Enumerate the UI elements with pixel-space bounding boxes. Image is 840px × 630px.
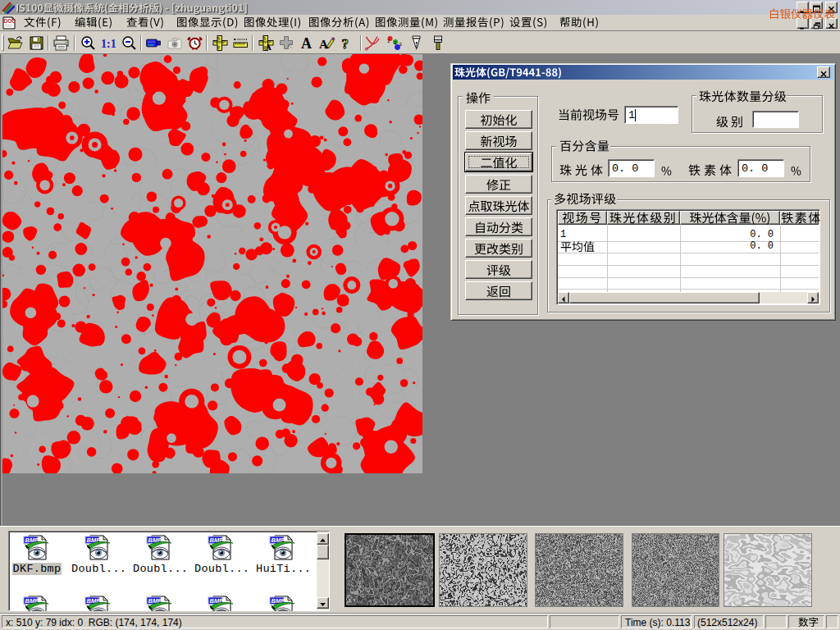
svg-text:A: A [301, 35, 312, 52]
svg-text:1:1: 1:1 [101, 38, 116, 50]
svg-text:3: 3 [399, 42, 403, 47]
svg-text:DOC: DOC [4, 18, 16, 24]
svg-text:?: ? [342, 36, 349, 52]
svg-text:A: A [265, 42, 272, 52]
